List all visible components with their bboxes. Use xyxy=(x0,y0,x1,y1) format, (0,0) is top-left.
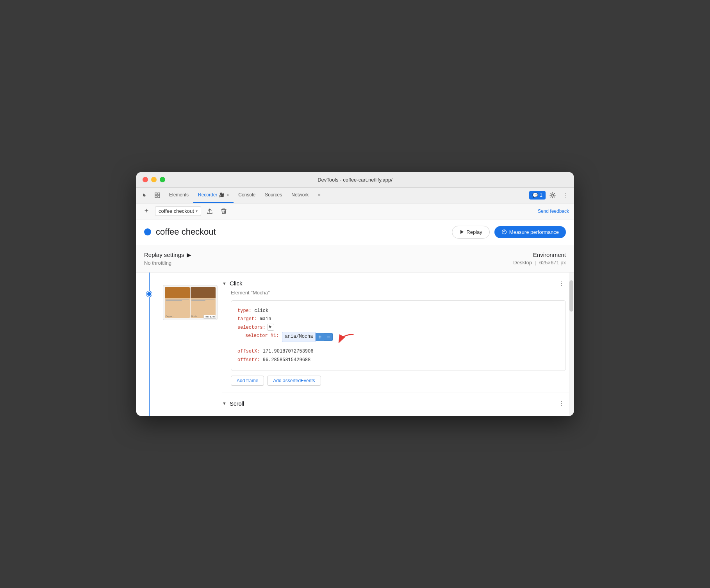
tab-recorder[interactable]: Recorder 🎥 × xyxy=(193,188,234,203)
add-recording-btn[interactable]: + xyxy=(141,206,152,217)
click-step-header: ▼ Click ⋮ xyxy=(222,279,566,288)
tab-list: Elements Recorder 🎥 × Console Sources Ne… xyxy=(164,188,528,203)
click-step-subtitle: Element "Mocha" xyxy=(222,290,566,296)
tab-more[interactable]: » xyxy=(313,188,325,203)
offsetX-value: 171.90187072753906 xyxy=(263,347,314,356)
add-frame-btn[interactable]: Add frame xyxy=(231,376,264,386)
scroll-step-more-btn[interactable]: ⋮ xyxy=(557,399,566,408)
environment-info: Environment Desktop | 625×671 px xyxy=(513,251,566,266)
svg-rect-0 xyxy=(155,193,157,195)
click-step-title-row: ▼ Click xyxy=(222,280,242,287)
add-asserted-events-btn[interactable]: Add assertedEvents xyxy=(267,376,321,386)
throttling-value: No throttling xyxy=(144,260,191,266)
scrollbar-thumb[interactable] xyxy=(569,280,573,312)
target-value: main xyxy=(260,315,271,324)
recording-selector[interactable]: coffee checkout ▾ xyxy=(155,206,201,216)
target-key: target: xyxy=(237,315,257,324)
devtools-toolbar: Elements Recorder 🎥 × Console Sources Ne… xyxy=(136,188,574,203)
selector1-value[interactable]: aria/Mocha xyxy=(282,332,316,342)
code-line-selector1: selector #1: aria/Mocha + − xyxy=(237,332,559,347)
code-line-selectors: selectors: xyxy=(237,324,559,332)
cursor-selector-icon xyxy=(269,325,273,329)
main-content: coffee checkout Replay Measure performan… xyxy=(136,219,574,416)
delete-btn[interactable] xyxy=(218,206,229,217)
selector-picker-icon[interactable] xyxy=(267,324,274,331)
scroll-step-header: ▼ Scroll ⋮ xyxy=(222,399,566,408)
svg-marker-5 xyxy=(460,230,464,234)
export-btn[interactable] xyxy=(204,206,215,217)
selectors-key: selectors: xyxy=(237,324,266,332)
selector-add-btn[interactable]: + xyxy=(316,333,324,341)
code-line-type: type: click xyxy=(237,307,559,315)
offsetY-key: offsetY: xyxy=(237,356,260,365)
svg-rect-3 xyxy=(158,196,160,198)
replay-button[interactable]: Replay xyxy=(452,226,489,239)
tab-network[interactable]: Network xyxy=(287,188,313,203)
replay-settings: Replay settings ▶ No throttling xyxy=(144,251,191,266)
send-feedback-link[interactable]: Send feedback xyxy=(538,208,569,214)
code-line-offsetY: offsetY: 96.28585815429688 xyxy=(237,356,559,365)
resolution-value: 625×671 px xyxy=(539,260,566,265)
traffic-lights xyxy=(143,177,165,182)
tab-elements[interactable]: Elements xyxy=(164,188,193,203)
recorder-close-icon[interactable]: × xyxy=(227,193,229,197)
step-thumbnail: Cappuc... Mocha Total: $0.00 xyxy=(163,285,218,320)
offsetY-value: 96.28585815429688 xyxy=(263,356,310,365)
messages-badge-btn[interactable]: 💬 1 xyxy=(529,191,546,200)
settings-icon-btn[interactable] xyxy=(547,190,558,201)
click-step: ▼ Click ⋮ Element "Mocha" type: click xyxy=(222,273,574,393)
scroll-collapse-arrow-icon[interactable]: ▼ xyxy=(222,401,227,406)
message-icon: 💬 xyxy=(532,192,538,198)
thumb-card-1: Cappuc... xyxy=(165,287,190,318)
recording-status-dot xyxy=(144,228,151,235)
collapse-arrow-icon[interactable]: ▼ xyxy=(222,281,227,286)
selector-remove-btn[interactable]: − xyxy=(324,333,333,341)
trash-icon xyxy=(220,208,227,215)
more-options-btn[interactable]: ⋮ xyxy=(560,190,571,201)
type-key: type: xyxy=(237,307,252,315)
click-step-type: Click xyxy=(230,280,243,287)
inspect-icon-btn[interactable] xyxy=(152,190,163,201)
devtools-window: DevTools - coffee-cart.netlify.app/ Elem… xyxy=(136,172,574,416)
thumb-card-2: Mocha xyxy=(191,287,216,318)
export-icon xyxy=(206,208,213,215)
platform-value: Desktop xyxy=(513,260,532,265)
close-button[interactable] xyxy=(143,177,148,182)
selector1-key: selector #1: xyxy=(245,332,279,340)
inspect-icon xyxy=(155,192,160,198)
maximize-button[interactable] xyxy=(160,177,165,182)
tab-console[interactable]: Console xyxy=(234,188,260,203)
offsetX-key: offsetX: xyxy=(237,347,260,356)
measure-performance-button[interactable]: Measure performance xyxy=(494,226,566,238)
toolbar-right: 💬 1 ⋮ xyxy=(529,190,571,201)
step-more-options-btn[interactable]: ⋮ xyxy=(557,279,566,288)
performance-icon xyxy=(501,229,507,235)
tab-sources[interactable]: Sources xyxy=(260,188,287,203)
timeline-dot-click xyxy=(146,291,152,297)
steps-content: ▼ Click ⋮ Element "Mocha" type: click xyxy=(222,273,574,416)
scrollbar-track xyxy=(569,273,574,416)
recorder-toolbar: + coffee checkout ▾ Send feedback xyxy=(136,203,574,219)
minimize-button[interactable] xyxy=(151,177,157,182)
replay-settings-title[interactable]: Replay settings ▶ xyxy=(144,251,191,258)
scroll-step: ▼ Scroll ⋮ xyxy=(222,392,574,416)
message-count: 1 xyxy=(540,192,542,198)
code-line-target: target: main xyxy=(237,315,559,324)
thumb-total: Total: $0.00 xyxy=(203,315,216,319)
settings-area: Replay settings ▶ No throttling Environm… xyxy=(136,245,574,273)
cursor-icon xyxy=(142,192,148,198)
environment-value: Desktop | 625×671 px xyxy=(513,260,566,265)
cursor-icon-btn[interactable] xyxy=(139,190,150,201)
svg-rect-1 xyxy=(158,193,160,195)
dropdown-arrow-icon: ▾ xyxy=(196,209,198,213)
scroll-step-title-row: ▼ Scroll xyxy=(222,400,244,407)
recording-title: coffee checkout xyxy=(156,227,447,237)
window-title: DevTools - coffee-cart.netlify.app/ xyxy=(318,177,392,183)
title-bar: DevTools - coffee-cart.netlify.app/ xyxy=(136,172,574,188)
type-value: click xyxy=(254,307,268,315)
click-step-code: type: click target: main selectors: xyxy=(231,300,566,371)
selector1-value-wrap: aria/Mocha + − xyxy=(282,332,333,342)
settings-arrow-icon: ▶ xyxy=(187,251,191,258)
svg-point-4 xyxy=(552,194,554,196)
steps-area: Cappuc... Mocha Total: $0.00 xyxy=(136,273,574,416)
